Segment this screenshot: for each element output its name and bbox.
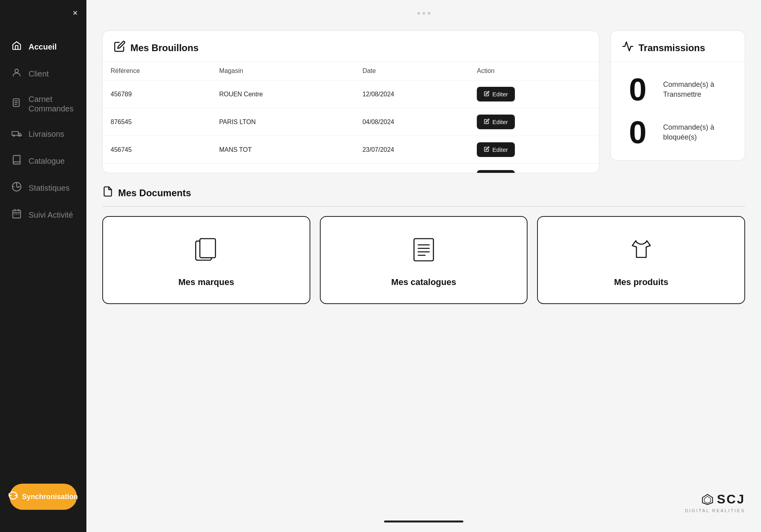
table-row: 456745 MANS TOT 23/07/2024 Editer xyxy=(103,136,599,164)
doc-card-catalogues[interactable]: Mes catalogues xyxy=(320,216,528,304)
sync-waves-icon xyxy=(8,491,18,503)
edit-button-2[interactable]: Editer xyxy=(477,142,515,157)
transmission-item-0: 0 Commande(s) à Transmettre xyxy=(622,74,734,105)
sidebar-item-label-statistiques: Statistiques xyxy=(29,184,69,193)
svg-rect-9 xyxy=(13,210,21,218)
main-content: Mes Brouillons Référence Magasin Date Ac… xyxy=(86,0,761,532)
cell-reference: 876545 xyxy=(103,108,211,136)
table-row: 123643 YON Nord 18/07/2024 Editer xyxy=(103,164,599,173)
livraisons-icon xyxy=(11,128,22,140)
cell-reference: 456745 xyxy=(103,136,211,164)
transmission-label-0: Commande(s) à Transmettre xyxy=(663,80,714,100)
top-row: Mes Brouillons Référence Magasin Date Ac… xyxy=(102,31,745,173)
transmission-count-0: 0 xyxy=(622,74,654,105)
cell-reference: 123643 xyxy=(103,164,211,173)
pencil-icon xyxy=(484,146,489,153)
sidebar-item-catalogue[interactable]: Catalogue xyxy=(0,147,86,174)
documents-header: Mes Documents xyxy=(102,186,745,207)
transmissions-title: Transmissions xyxy=(639,42,705,54)
pencil-icon xyxy=(484,91,489,98)
close-button[interactable]: × xyxy=(73,9,78,17)
cell-date: 12/08/2024 xyxy=(354,80,469,108)
brouillons-header: Mes Brouillons xyxy=(103,31,599,62)
home-indicator xyxy=(384,521,463,522)
carnet-icon xyxy=(11,98,22,110)
doc-card-label-catalogues: Mes catalogues xyxy=(391,277,456,287)
doc-card-marques[interactable]: Mes marques xyxy=(102,216,310,304)
cell-date: 04/08/2024 xyxy=(354,108,469,136)
suivi-icon xyxy=(11,209,22,221)
sidebar-item-client[interactable]: Client xyxy=(0,60,86,87)
col-action: Action xyxy=(469,62,599,80)
transmissions-header: Transmissions xyxy=(611,31,745,62)
cell-action: Editer xyxy=(469,80,599,108)
table-row: 876545 PARIS LTON 04/08/2024 Editer xyxy=(103,108,599,136)
sidebar-item-label-catalogue: Catalogue xyxy=(29,157,65,166)
client-icon xyxy=(11,67,22,80)
svg-rect-17 xyxy=(200,239,216,258)
home-icon xyxy=(11,40,22,53)
sidebar-item-accueil[interactable]: Accueil xyxy=(0,33,86,60)
svg-rect-5 xyxy=(12,132,18,136)
sidebar-item-label-client: Client xyxy=(29,69,49,78)
scj-text: SCJ xyxy=(717,492,745,507)
dot-3 xyxy=(428,12,430,15)
cell-magasin: ROUEN Centre xyxy=(211,80,355,108)
sidebar-item-livraisons[interactable]: Livraisons xyxy=(0,121,86,147)
scj-logo-icon xyxy=(701,493,714,506)
sidebar-item-label-carnet: Carnet Commandes xyxy=(29,94,73,113)
sidebar-item-carnet-commandes[interactable]: Carnet Commandes xyxy=(0,87,86,121)
scj-subtitle: DIGITAL REALITIES xyxy=(685,508,745,513)
doc-card-label-marques: Mes marques xyxy=(178,277,234,287)
brouillons-title: Mes Brouillons xyxy=(130,42,199,54)
statistiques-icon xyxy=(11,182,22,194)
col-magasin: Magasin xyxy=(211,62,355,80)
cell-magasin: PARIS LTON xyxy=(211,108,355,136)
pencil-icon xyxy=(484,119,489,125)
table-row: 456789 ROUEN Centre 12/08/2024 Editer xyxy=(103,80,599,108)
transmissions-body: 0 Commande(s) à Transmettre 0 Commande(s… xyxy=(611,62,745,160)
sidebar-item-label-livraisons: Livraisons xyxy=(29,130,64,139)
brouillons-table-wrap[interactable]: Référence Magasin Date Action 456789 ROU… xyxy=(103,62,599,173)
bottom-bar xyxy=(86,521,761,522)
svg-rect-18 xyxy=(414,239,434,261)
col-reference: Référence xyxy=(103,62,211,80)
scj-logo: SCJ DIGITAL REALITIES xyxy=(685,492,745,513)
cell-action: Editer xyxy=(469,136,599,164)
documents-icon xyxy=(102,186,113,200)
doc-card-label-produits: Mes produits xyxy=(614,277,668,287)
dot-2 xyxy=(423,12,425,15)
sync-button[interactable]: Synchronisation xyxy=(10,484,77,510)
edit-button-0[interactable]: Editer xyxy=(477,87,515,101)
svg-point-0 xyxy=(15,69,19,73)
transmission-count-1: 0 xyxy=(622,117,654,148)
cell-date: 18/07/2024 xyxy=(354,164,469,173)
sidebar-item-suivi-activite[interactable]: Suivi Activité xyxy=(0,201,86,228)
transmissions-icon xyxy=(622,40,634,55)
marques-icon xyxy=(192,236,220,268)
brouillons-icon xyxy=(114,40,126,55)
catalogue-icon xyxy=(11,155,22,167)
svg-marker-24 xyxy=(704,496,711,503)
dot-1 xyxy=(417,12,420,15)
sidebar-item-label-accueil: Accueil xyxy=(29,42,57,52)
cell-action: Editer xyxy=(469,164,599,173)
transmission-item-1: 0 Commande(s) à bloquée(s) xyxy=(622,117,734,148)
edit-button-3[interactable]: Editer xyxy=(477,170,515,173)
cell-action: Editer xyxy=(469,108,599,136)
brouillons-card: Mes Brouillons Référence Magasin Date Ac… xyxy=(102,31,599,173)
sidebar: × Accueil Client xyxy=(0,0,86,532)
top-dots xyxy=(102,12,745,18)
transmissions-card: Transmissions 0 Commande(s) à Transmettr… xyxy=(610,31,745,161)
documents-title: Mes Documents xyxy=(118,188,191,199)
cell-reference: 456789 xyxy=(103,80,211,108)
produits-icon xyxy=(627,236,655,268)
sidebar-item-statistiques[interactable]: Statistiques xyxy=(0,174,86,201)
edit-button-1[interactable]: Editer xyxy=(477,115,515,129)
col-date: Date xyxy=(354,62,469,80)
cell-magasin: YON Nord xyxy=(211,164,355,173)
doc-card-produits[interactable]: Mes produits xyxy=(537,216,745,304)
documents-section: Mes Documents Mes marques xyxy=(102,186,745,304)
cell-magasin: MANS TOT xyxy=(211,136,355,164)
brouillons-table: Référence Magasin Date Action 456789 ROU… xyxy=(103,62,599,173)
